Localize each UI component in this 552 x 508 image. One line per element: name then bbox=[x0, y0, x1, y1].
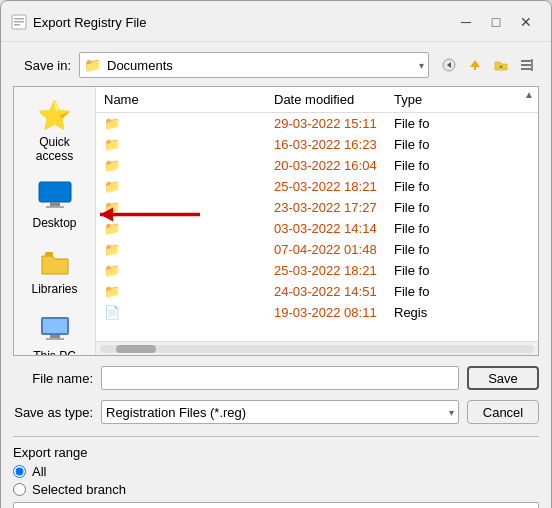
file-name-cell: 📁 bbox=[96, 262, 266, 279]
svg-rect-2 bbox=[14, 21, 24, 23]
table-row[interactable]: 📄 19-03-2022 08:11 Regis bbox=[96, 302, 538, 323]
file-icon: 📁 bbox=[104, 179, 120, 194]
back-button[interactable] bbox=[437, 53, 461, 77]
table-row[interactable]: 📁 25-03-2022 18:21 File fo bbox=[96, 176, 538, 197]
file-type-cell: File fo bbox=[386, 136, 538, 153]
file-date-cell: 16-03-2022 16:23 bbox=[266, 136, 386, 153]
file-date-cell: 25-03-2022 18:21 bbox=[266, 262, 386, 279]
table-row[interactable]: 📁 29-03-2022 15:11 File fo bbox=[96, 113, 538, 134]
file-type-cell: Regis bbox=[386, 304, 538, 321]
file-date-cell: 29-03-2022 15:11 bbox=[266, 115, 386, 132]
file-type-cell: File fo bbox=[386, 241, 538, 258]
toolbar-icons bbox=[437, 53, 539, 77]
table-row[interactable]: 📁 24-03-2022 14:51 File fo bbox=[96, 281, 538, 302]
all-radio-row: All bbox=[13, 464, 539, 479]
svg-marker-6 bbox=[470, 60, 480, 67]
selected-branch-radio[interactable] bbox=[13, 483, 26, 496]
table-row[interactable]: 📁 25-03-2022 18:21 File fo bbox=[96, 260, 538, 281]
save-in-dropdown-arrow: ▾ bbox=[419, 60, 424, 71]
close-button[interactable]: ✕ bbox=[513, 9, 539, 35]
dialog-body: Save in: 📁 Documents ▾ bbox=[1, 42, 551, 508]
svg-marker-15 bbox=[100, 207, 113, 221]
svg-rect-22 bbox=[43, 319, 67, 333]
up-button[interactable] bbox=[463, 53, 487, 77]
new-folder-button[interactable] bbox=[489, 53, 513, 77]
svg-rect-19 bbox=[46, 206, 64, 208]
file-name-label: File name: bbox=[13, 371, 93, 386]
file-name-cell: 📁 bbox=[96, 283, 266, 300]
save-in-folder-name: Documents bbox=[107, 58, 413, 73]
star-icon: ⭐ bbox=[37, 97, 73, 133]
sidebar-item-this-pc[interactable]: This PC bbox=[18, 305, 92, 355]
save-as-type-combo[interactable]: Registration Files (*.reg) ▾ bbox=[101, 400, 459, 424]
sidebar-item-desktop-label: Desktop bbox=[32, 216, 76, 230]
selected-branch-label: Selected branch bbox=[32, 482, 126, 497]
sidebar: ⭐ Quick access Desktop bbox=[14, 87, 96, 355]
file-icon: 📄 bbox=[104, 305, 120, 320]
export-range-section: Export range All Selected branch bbox=[13, 436, 539, 508]
combo-dropdown-arrow: ▾ bbox=[449, 407, 454, 418]
svg-rect-3 bbox=[14, 24, 20, 26]
all-radio[interactable] bbox=[13, 465, 26, 478]
svg-rect-23 bbox=[50, 335, 60, 338]
file-name-cell: 📁 bbox=[96, 157, 266, 174]
maximize-button[interactable]: □ bbox=[483, 9, 509, 35]
all-radio-label: All bbox=[32, 464, 46, 479]
file-icon: 📁 bbox=[104, 158, 120, 173]
desktop-icon bbox=[37, 178, 73, 214]
save-in-label: Save in: bbox=[13, 58, 71, 73]
file-name-cell: 📄 bbox=[96, 304, 266, 321]
sidebar-item-quick-access-label: Quick access bbox=[22, 135, 88, 164]
svg-rect-18 bbox=[50, 202, 60, 206]
red-arrow-indicator bbox=[95, 199, 205, 232]
scroll-track bbox=[100, 345, 534, 353]
file-type-cell: File fo bbox=[386, 283, 538, 300]
cancel-button[interactable]: Cancel bbox=[467, 400, 539, 424]
sidebar-item-libraries[interactable]: Libraries bbox=[18, 238, 92, 302]
folder-icon: 📁 bbox=[84, 57, 101, 73]
table-row[interactable]: 📁 20-03-2022 16:04 File fo bbox=[96, 155, 538, 176]
column-type: Type bbox=[386, 90, 538, 109]
svg-rect-20 bbox=[45, 252, 53, 256]
save-in-row: Save in: 📁 Documents ▾ bbox=[13, 52, 539, 78]
horizontal-scrollbar[interactable] bbox=[96, 341, 538, 355]
export-registry-dialog: Export Registry File ─ □ ✕ Save in: 📁 Do… bbox=[0, 0, 552, 508]
file-type-cell: File fo bbox=[386, 262, 538, 279]
libraries-icon bbox=[37, 244, 73, 280]
main-area-wrapper: ⭐ Quick access Desktop bbox=[13, 86, 539, 356]
file-type-cell: File fo bbox=[386, 220, 538, 237]
column-date: Date modified bbox=[266, 90, 386, 109]
file-name-cell: 📁 bbox=[96, 115, 266, 132]
branch-input[interactable] bbox=[13, 502, 539, 508]
file-name-input[interactable] bbox=[101, 366, 459, 390]
table-row[interactable]: 📁 16-03-2022 16:23 File fo bbox=[96, 134, 538, 155]
file-date-cell: 23-03-2022 17:27 bbox=[266, 199, 386, 216]
svg-rect-7 bbox=[474, 67, 476, 70]
file-date-cell: 19-03-2022 08:11 bbox=[266, 304, 386, 321]
file-name-cell: 📁 bbox=[96, 241, 266, 258]
selected-branch-radio-row: Selected branch bbox=[13, 482, 539, 497]
dialog-icon bbox=[11, 14, 27, 30]
this-pc-icon bbox=[37, 311, 73, 347]
save-button[interactable]: Save bbox=[467, 366, 539, 390]
save-in-combo[interactable]: 📁 Documents ▾ bbox=[79, 52, 429, 78]
view-options-button[interactable] bbox=[515, 53, 539, 77]
file-type-cell: File fo bbox=[386, 178, 538, 195]
file-list-header: Name ▲ Date modified Type bbox=[96, 87, 538, 113]
save-as-type-row: Save as type: Registration Files (*.reg)… bbox=[13, 400, 539, 424]
file-icon: 📁 bbox=[104, 242, 120, 257]
minimize-button[interactable]: ─ bbox=[453, 9, 479, 35]
sidebar-item-desktop[interactable]: Desktop bbox=[18, 172, 92, 236]
save-as-type-value: Registration Files (*.reg) bbox=[106, 405, 246, 420]
title-bar: Export Registry File ─ □ ✕ bbox=[1, 1, 551, 42]
sidebar-item-quick-access[interactable]: ⭐ Quick access bbox=[18, 91, 92, 170]
svg-rect-1 bbox=[14, 18, 24, 20]
scroll-thumb[interactable] bbox=[116, 345, 156, 353]
file-icon: 📁 bbox=[104, 263, 120, 278]
table-row[interactable]: 📁 07-04-2022 01:48 File fo bbox=[96, 239, 538, 260]
file-date-cell: 07-04-2022 01:48 bbox=[266, 241, 386, 258]
export-range-title: Export range bbox=[13, 445, 539, 460]
file-icon: 📁 bbox=[104, 116, 120, 131]
sidebar-item-this-pc-label: This PC bbox=[33, 349, 76, 355]
file-type-cell: File fo bbox=[386, 157, 538, 174]
